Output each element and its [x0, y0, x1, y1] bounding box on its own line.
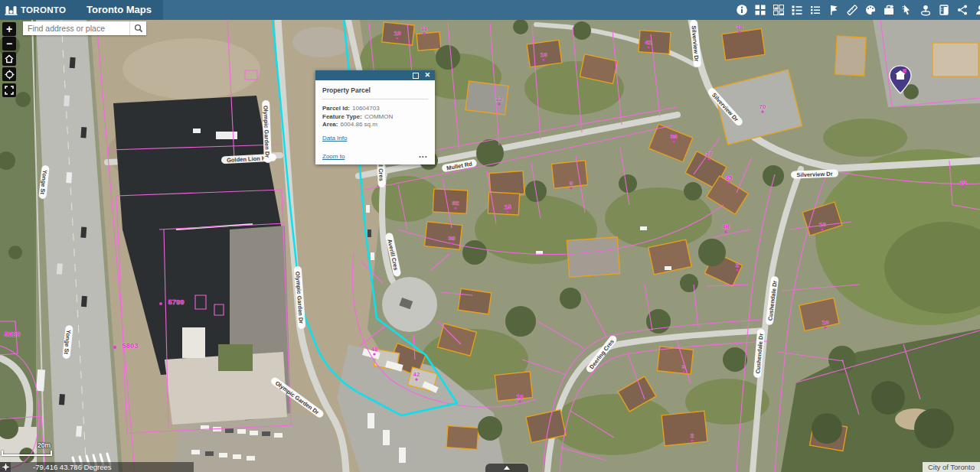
- chevron-up-icon: [504, 466, 510, 470]
- overflow-clipped-icon[interactable]: [974, 4, 980, 17]
- map-attribution: City of Toronto: [923, 462, 980, 472]
- fullscreen-button[interactable]: [2, 83, 16, 97]
- coordinates-readout: -79.416 43.786 Degrees: [33, 463, 111, 471]
- popup-title: Property Parcel: [322, 86, 428, 94]
- parcel-id-field: Parcel Id:10604703: [322, 105, 428, 113]
- share-icon[interactable]: [956, 4, 969, 17]
- search-icon: [134, 24, 143, 33]
- house-number: 41: [645, 39, 652, 46]
- house-number: 16: [819, 221, 826, 228]
- popup-titlebar: ✕: [315, 70, 435, 80]
- area-field: Area:6004.86 sq.m: [322, 121, 428, 129]
- scale-label: 20m: [38, 441, 51, 449]
- measure-icon[interactable]: [845, 4, 858, 17]
- header-toolbar: [735, 0, 980, 20]
- house-number: 18: [517, 393, 524, 400]
- house-number: 2: [691, 432, 694, 439]
- bookmark-flag-icon[interactable]: [827, 4, 840, 17]
- popup-more-options-button[interactable]: •••: [419, 154, 428, 159]
- property-parcel-popup: ✕ Property Parcel Parcel Id:10604703 Fea…: [315, 70, 435, 164]
- house-number: 39: [671, 133, 678, 140]
- house-number: 70: [760, 103, 766, 110]
- svg-text:Silverview Dr: Silverview Dr: [796, 171, 832, 179]
- popup-footer: Zoom to •••: [322, 153, 428, 160]
- crosshair-button[interactable]: [0, 462, 11, 472]
- house-number: 16: [541, 51, 547, 58]
- zoom-in-button[interactable]: +: [2, 22, 16, 36]
- house-number: 4R: [722, 223, 730, 230]
- coordinates-bar: -79.416 43.786 Degrees: [0, 462, 194, 472]
- house-number: 42: [413, 371, 420, 378]
- parcel-address: 5803: [122, 341, 138, 350]
- house-number: 3: [682, 363, 686, 370]
- print-icon[interactable]: [937, 4, 950, 17]
- locate-icon: [5, 70, 15, 80]
- parcel-address: 5799: [168, 298, 184, 306]
- house-number: 15: [505, 203, 511, 210]
- scale-line: [2, 451, 52, 456]
- search-button[interactable]: [129, 21, 146, 35]
- app-title: Toronto Maps: [87, 0, 152, 20]
- house-number: 39: [449, 235, 456, 242]
- layer-list-icon[interactable]: [790, 4, 803, 17]
- house-number: 2: [736, 262, 740, 269]
- house-number: 38: [737, 24, 743, 31]
- house-number: 12: [496, 96, 503, 103]
- house-number: 18: [822, 319, 829, 326]
- logo-wordmark: TORONTO: [21, 5, 66, 15]
- toronto-maps-app: 10 11 12 16 41 38 70 39 37 35 9 32 15 39…: [0, 0, 980, 472]
- info-icon[interactable]: [735, 4, 748, 17]
- draw-icon[interactable]: [864, 4, 877, 17]
- app-header: TORONTO Toronto Maps: [0, 0, 980, 20]
- attribute-table-toggle[interactable]: [485, 463, 529, 472]
- near-me-icon[interactable]: [919, 4, 932, 17]
- select-icon[interactable]: [900, 4, 913, 17]
- data-info-link[interactable]: Data Info: [322, 135, 347, 142]
- crosshair-icon: [2, 464, 9, 470]
- zoom-to-link[interactable]: Zoom to: [322, 153, 345, 160]
- fullscreen-icon: [5, 86, 14, 95]
- map-canvas[interactable]: 10 11 12 16 41 38 70 39 37 35 9 32 15 39…: [0, 0, 980, 472]
- home-button[interactable]: [2, 52, 16, 66]
- search-input[interactable]: [23, 21, 129, 35]
- toronto-city-hall-icon: [4, 4, 18, 16]
- house-number: 11: [421, 25, 428, 32]
- home-icon: [5, 54, 14, 63]
- add-data-icon[interactable]: [882, 4, 895, 17]
- house-number: 48: [371, 346, 378, 353]
- house-number: 9: [570, 180, 573, 187]
- house-number: 23: [960, 179, 967, 186]
- scale-bar: 20m: [2, 451, 52, 456]
- legend-icon[interactable]: [808, 4, 822, 17]
- parcel-address: 5820: [4, 330, 20, 338]
- search-widget: [23, 21, 146, 35]
- house-number: 32: [452, 200, 459, 207]
- house-number: 10: [394, 30, 401, 37]
- house-number: 35: [726, 174, 733, 181]
- zoom-out-button[interactable]: −: [2, 37, 16, 50]
- popup-maximize-button[interactable]: [413, 73, 419, 79]
- popup-close-button[interactable]: ✕: [424, 72, 430, 79]
- house-number: 37: [706, 151, 713, 158]
- basemap-grid-icon[interactable]: [753, 4, 766, 17]
- popup-body: Property Parcel Parcel Id:10604703 Featu…: [315, 80, 435, 164]
- basemap-gallery-icon[interactable]: [772, 4, 785, 17]
- locate-button[interactable]: [2, 67, 16, 81]
- feature-type-field: Feature Type:COMMON: [322, 113, 428, 122]
